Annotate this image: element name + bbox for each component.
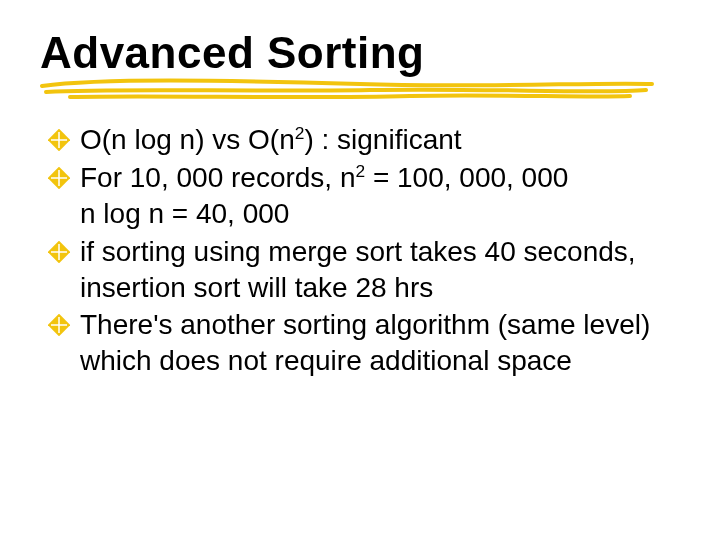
- title-underline: [40, 74, 680, 104]
- slide-title: Advanced Sorting: [40, 30, 680, 76]
- bullet-marker-icon: [48, 236, 70, 258]
- bullet-text: O(n log n) vs O(n2) : significant: [80, 124, 462, 155]
- list-item: There's another sorting algorithm (same …: [48, 307, 680, 379]
- bullet-text: For 10, 000 records, n2 = 100, 000, 000: [80, 162, 568, 193]
- list-item: if sorting using merge sort takes 40 sec…: [48, 234, 680, 306]
- title-block: Advanced Sorting: [40, 30, 680, 76]
- list-item: O(n log n) vs O(n2) : significant: [48, 122, 680, 158]
- list-item: For 10, 000 records, n2 = 100, 000, 000n…: [48, 160, 680, 232]
- bullet-continuation: n log n = 40, 000: [80, 196, 680, 232]
- bullet-marker-icon: [48, 162, 70, 184]
- scribble-underline-icon: [40, 74, 656, 102]
- bullet-list: O(n log n) vs O(n2) : significantFor 10,…: [40, 122, 680, 379]
- bullet-marker-icon: [48, 309, 70, 331]
- bullet-text: if sorting using merge sort takes 40 sec…: [80, 236, 636, 303]
- slide: Advanced Sorting O(n log n) vs O(n2) : s…: [0, 0, 720, 540]
- bullet-marker-icon: [48, 124, 70, 146]
- bullet-text: There's another sorting algorithm (same …: [80, 309, 650, 376]
